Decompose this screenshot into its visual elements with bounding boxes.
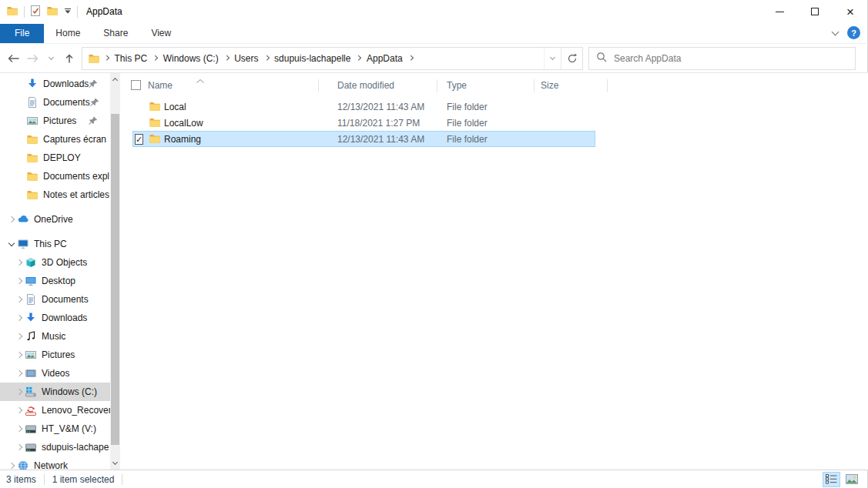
thumbnail-view-button[interactable] — [843, 472, 860, 487]
sidebar-item-onedrive[interactable]: OneDrive — [0, 210, 110, 229]
items-count: 3 items — [6, 474, 36, 485]
address-dropdown-icon[interactable] — [544, 48, 561, 69]
details-view-button[interactable] — [823, 472, 840, 487]
breadcrumb-windows-c[interactable]: Windows (C:) — [158, 48, 224, 69]
navigation-bar: This PC Windows (C:) Users sdupuis-lacha… — [0, 44, 868, 73]
chevron-right-icon[interactable] — [16, 259, 22, 266]
qat-customize-button[interactable] — [64, 6, 72, 17]
refresh-icon[interactable] — [561, 48, 582, 69]
row-checkbox[interactable]: ✓ — [135, 134, 143, 145]
sidebar-item-label: Music — [42, 331, 65, 342]
minimize-button[interactable] — [762, 0, 797, 23]
tab-home[interactable]: Home — [44, 24, 92, 43]
navigation-pane: Downloads Documents Pictures — [0, 73, 123, 470]
tab-file[interactable]: File — [0, 24, 44, 43]
column-header-type[interactable]: Type — [447, 80, 467, 91]
expand-ribbon-icon[interactable] — [832, 28, 840, 35]
chevron-right-icon[interactable] — [16, 389, 22, 395]
scroll-up-icon[interactable] — [110, 73, 120, 85]
sidebar-item-notes-et-articles[interactable]: Notes et articles — [0, 186, 110, 204]
sidebar-item-label: Pictures — [42, 349, 75, 360]
file-name: Local — [164, 102, 186, 112]
breadcrumb-chevron-icon[interactable] — [104, 55, 109, 60]
recent-locations-icon[interactable] — [42, 49, 60, 68]
chevron-right-icon[interactable] — [16, 296, 22, 302]
breadcrumb-chevron-icon[interactable] — [264, 55, 269, 60]
help-button[interactable]: ? — [847, 26, 860, 39]
3d-cube-icon — [25, 256, 37, 269]
file-row-roaming[interactable]: ✓ Roaming 12/13/2021 11:43 AM File folde… — [123, 131, 868, 147]
chevron-right-icon[interactable] — [16, 333, 22, 339]
chevron-right-icon[interactable] — [16, 407, 22, 413]
tab-view[interactable]: View — [139, 24, 183, 43]
sidebar-item-documents-expl[interactable]: Documents expl — [0, 167, 110, 186]
column-header-date-modified[interactable]: Date modified — [337, 80, 394, 91]
sidebar-item-videos[interactable]: Videos — [0, 364, 110, 383]
sidebar-item-pictures-qa[interactable]: Pictures — [0, 112, 110, 130]
address-folder-icon — [88, 52, 100, 65]
sidebar-item-music[interactable]: Music — [0, 327, 110, 346]
search-box — [588, 47, 856, 70]
breadcrumb-this-pc[interactable]: This PC — [109, 48, 153, 69]
sidebar-item-downloads-qa[interactable]: Downloads — [0, 75, 110, 93]
chevron-right-icon[interactable] — [16, 315, 22, 321]
network-globe-icon — [17, 460, 29, 470]
scrollbar-thumb[interactable] — [111, 114, 119, 445]
search-input[interactable] — [614, 53, 848, 64]
properties-icon[interactable] — [30, 5, 41, 19]
sidebar-item-label: Network — [34, 460, 68, 470]
folder-icon — [26, 189, 39, 201]
sidebar-item-label: Documents expl — [43, 171, 109, 182]
file-row-locallow[interactable]: LocalLow 11/18/2021 1:27 PM File folder — [123, 115, 868, 131]
sidebar-item-deploy[interactable]: DEPLOY — [0, 149, 110, 167]
file-name: LocalLow — [164, 118, 203, 129]
chevron-down-icon[interactable] — [8, 240, 15, 246]
sidebar-item-ht-vm-drive[interactable]: HT_V&M (V:) — [0, 419, 110, 438]
tab-share[interactable]: Share — [92, 24, 139, 43]
breadcrumb-chevron-icon[interactable] — [152, 55, 157, 60]
sidebar-item-network[interactable]: Network — [0, 456, 110, 470]
sidebar-item-label: Captures écran — [43, 134, 106, 145]
scroll-down-icon[interactable] — [110, 457, 120, 470]
breadcrumb-chevron-icon[interactable] — [224, 55, 229, 60]
column-header-size[interactable]: Size — [541, 80, 558, 91]
chevron-right-icon[interactable] — [16, 426, 22, 432]
chevron-right-icon[interactable] — [16, 444, 22, 450]
app-folder-icon[interactable] — [6, 5, 18, 19]
maximize-button[interactable] — [797, 0, 833, 23]
column-header-name[interactable]: Name — [148, 80, 173, 91]
breadcrumb-appdata[interactable]: AppData — [361, 48, 408, 69]
sidebar-item-documents[interactable]: Documents — [0, 290, 110, 309]
file-row-local[interactable]: Local 12/13/2021 11:43 AM File folder — [123, 99, 868, 115]
sidebar-item-windows-c[interactable]: Windows (C:) — [0, 383, 110, 401]
sidebar-item-documents-qa[interactable]: Documents — [0, 93, 110, 112]
sidebar-item-downloads[interactable]: Downloads — [0, 309, 110, 327]
up-button[interactable] — [60, 49, 79, 68]
sidebar-scrollbar[interactable] — [110, 73, 120, 470]
sidebar-item-label: sdupuis-lachape — [42, 442, 109, 453]
chevron-right-icon[interactable] — [16, 370, 22, 376]
chevron-right-icon[interactable] — [16, 352, 22, 358]
chevron-right-icon[interactable] — [8, 216, 15, 222]
sidebar-item-sdupuis-drive[interactable]: sdupuis-lachape — [0, 438, 110, 456]
breadcrumb-user[interactable]: sdupuis-lachapelle — [269, 48, 356, 69]
sidebar-item-lenovo-recovery[interactable]: Lenovo_Recover — [0, 401, 110, 419]
breadcrumb-users[interactable]: Users — [229, 48, 263, 69]
chevron-right-icon[interactable] — [16, 278, 22, 284]
sidebar-item-this-pc[interactable]: This PC — [0, 235, 110, 253]
sidebar-item-label: HT_V&M (V:) — [42, 423, 96, 434]
folder-icon — [149, 116, 161, 131]
breadcrumb-chevron-icon[interactable] — [408, 55, 413, 60]
sidebar-item-desktop[interactable]: Desktop — [0, 272, 110, 290]
back-button[interactable] — [5, 49, 23, 68]
close-button[interactable]: × — [833, 0, 868, 23]
chevron-right-icon[interactable] — [8, 463, 15, 469]
breadcrumb-chevron-icon[interactable] — [357, 55, 361, 60]
sidebar-item-captures-ecran[interactable]: Captures écran — [0, 130, 110, 149]
sidebar-item-3d-objects[interactable]: 3D Objects — [0, 253, 110, 272]
select-all-checkbox[interactable] — [131, 80, 141, 90]
forward-button[interactable] — [23, 49, 42, 68]
sidebar-item-pictures[interactable]: Pictures — [0, 346, 110, 364]
address-bar[interactable]: This PC Windows (C:) Users sdupuis-lacha… — [82, 47, 583, 70]
new-folder-icon[interactable] — [46, 5, 59, 19]
